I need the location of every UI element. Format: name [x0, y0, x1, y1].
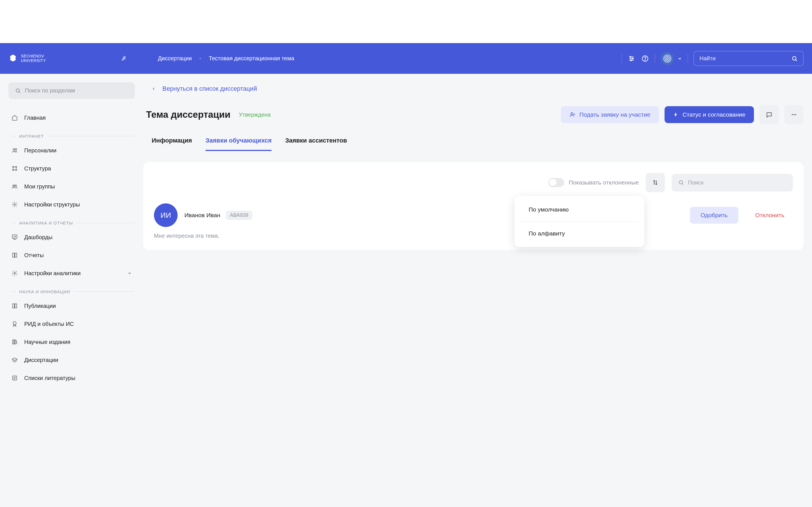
- search-icon: [678, 180, 684, 185]
- home-icon: [11, 114, 18, 121]
- applicant-info: Иванов Иван АВА939: [185, 211, 252, 220]
- toggle-rejected[interactable]: Показывать отклоненные: [548, 178, 639, 187]
- svg-line-31: [16, 341, 17, 344]
- apply-button[interactable]: Подать заявку на участие: [561, 106, 659, 123]
- svg-point-27: [14, 272, 15, 274]
- svg-rect-29: [13, 340, 14, 344]
- status-button[interactable]: Статус и согласование: [665, 106, 754, 123]
- nav-section-science: НАУКА И ИННОВАЦИИ: [8, 282, 135, 297]
- svg-line-15: [19, 92, 20, 93]
- approve-button[interactable]: Одобрить: [690, 207, 739, 224]
- user-menu[interactable]: [661, 52, 682, 65]
- nav-label: Списки литературы: [24, 375, 75, 381]
- sidebar-item-dissertations[interactable]: Диссертации: [8, 351, 135, 369]
- sort-dropdown: По умолчанию По алфавиту: [515, 196, 644, 247]
- svg-point-5: [632, 58, 633, 59]
- sidebar-item-analytics-settings[interactable]: Настройки аналитики: [8, 264, 135, 282]
- gear-icon: [11, 201, 18, 208]
- sidebar-search[interactable]: [8, 82, 135, 99]
- main-layout: Главная ИНТРАНЕТ Персоналии Структура Мо…: [0, 74, 812, 395]
- applicant-avatar: ИИ: [154, 203, 177, 227]
- nav-label: РИД и объекты ИС: [24, 321, 74, 327]
- logo-text: SECHENOV UNIVERSITY: [21, 54, 46, 63]
- sidebar-item-groups[interactable]: Мои группы: [8, 177, 135, 195]
- logo-icon: [8, 54, 17, 63]
- sidebar-item-reports[interactable]: Отчеты: [8, 246, 135, 264]
- dropdown-item-alphabet[interactable]: По алфавиту: [515, 222, 644, 245]
- card-search[interactable]: [672, 174, 793, 191]
- more-button[interactable]: [784, 105, 804, 124]
- svg-point-14: [16, 89, 19, 92]
- toggle-switch[interactable]: [548, 178, 564, 187]
- nav-label: Публикации: [24, 303, 56, 309]
- svg-point-18: [13, 166, 14, 168]
- sidebar-item-struct-settings[interactable]: Настройки структуры: [8, 195, 135, 214]
- applications-card: Показывать отклоненные По умолчанию По а…: [143, 162, 804, 250]
- sidebar-item-home[interactable]: Главная: [8, 109, 135, 127]
- svg-point-9: [666, 57, 668, 59]
- dropdown-item-default[interactable]: По умолчанию: [515, 198, 644, 221]
- tab-assistants[interactable]: Заявки ассистентов: [285, 137, 347, 151]
- card-toolbar: Показывать отклоненные: [154, 173, 793, 192]
- users-icon: [11, 147, 18, 154]
- sidebar: Главная ИНТРАНЕТ Персоналии Структура Мо…: [0, 74, 143, 395]
- sidebar-item-rid[interactable]: РИД и объекты ИС: [8, 315, 135, 333]
- svg-point-24: [14, 204, 15, 205]
- book-icon: [11, 252, 18, 259]
- structure-icon: [11, 165, 18, 172]
- svg-rect-30: [14, 340, 16, 344]
- graduation-icon: [11, 356, 18, 363]
- nav-label: Структура: [24, 165, 51, 172]
- help-icon[interactable]: [641, 55, 649, 62]
- svg-rect-25: [12, 235, 17, 238]
- tabs: Информация Заявки обучающихся Заявки асс…: [143, 137, 804, 151]
- comment-button[interactable]: [760, 105, 779, 124]
- svg-point-8: [645, 60, 645, 60]
- card-search-input[interactable]: [688, 179, 786, 186]
- search-icon: [792, 55, 798, 62]
- sidebar-search-input[interactable]: [25, 87, 128, 94]
- settings-icon[interactable]: [627, 55, 636, 62]
- tab-info[interactable]: Информация: [152, 137, 192, 151]
- book-icon: [11, 302, 18, 309]
- sidebar-item-structure[interactable]: Структура: [8, 159, 135, 177]
- header-actions: Подать заявку на участие Статус и соглас…: [561, 105, 804, 124]
- toggle-label: Показывать отклоненные: [569, 179, 639, 186]
- svg-point-37: [792, 114, 793, 115]
- nav-section-intranet: ИНТРАНЕТ: [8, 127, 135, 142]
- svg-point-20: [13, 170, 14, 171]
- logo[interactable]: SECHENOV UNIVERSITY: [8, 54, 46, 63]
- sidebar-item-bibliography[interactable]: Списки литературы: [8, 369, 135, 387]
- sidebar-item-publications[interactable]: Публикации: [8, 297, 135, 315]
- sidebar-item-journals[interactable]: Научные издания: [8, 333, 135, 351]
- comment-icon: [766, 111, 772, 118]
- sidebar-item-personalii[interactable]: Персоналии: [8, 142, 135, 159]
- back-link[interactable]: Вернуться в список диссертаций: [143, 85, 804, 93]
- sort-button[interactable]: [646, 173, 665, 192]
- chevron-down-icon: [128, 271, 132, 276]
- nav-label: Диссертации: [24, 357, 58, 363]
- applicant-actions: Одобрить Отклонить: [690, 207, 793, 224]
- applicant-name[interactable]: Иванов Иван: [185, 212, 220, 219]
- svg-point-17: [15, 149, 17, 151]
- svg-point-40: [679, 180, 682, 184]
- reject-button[interactable]: Отклонить: [747, 207, 793, 224]
- top-spacer: [0, 0, 812, 43]
- chevron-down-icon: [677, 56, 682, 61]
- app-header: SECHENOV UNIVERSITY Диссертации Тестовая…: [0, 43, 812, 74]
- header-search-input[interactable]: [700, 55, 792, 62]
- header-search[interactable]: [694, 51, 804, 66]
- tab-students[interactable]: Заявки обучающихся: [206, 137, 272, 151]
- avatar: [661, 52, 674, 65]
- sort-icon: [652, 179, 658, 186]
- pin-icon[interactable]: [121, 55, 127, 62]
- more-icon: [791, 111, 797, 118]
- breadcrumb: Диссертации Тестовая диссертационная тем…: [158, 55, 294, 62]
- groups-icon: [11, 183, 18, 190]
- nav-label: Персоналии: [24, 147, 56, 154]
- status-badge: Утверждена: [239, 112, 271, 118]
- sidebar-item-dashboards[interactable]: Дашборды: [8, 228, 135, 246]
- user-plus-icon: [569, 112, 575, 118]
- svg-point-10: [665, 56, 670, 61]
- breadcrumb-parent[interactable]: Диссертации: [158, 55, 192, 62]
